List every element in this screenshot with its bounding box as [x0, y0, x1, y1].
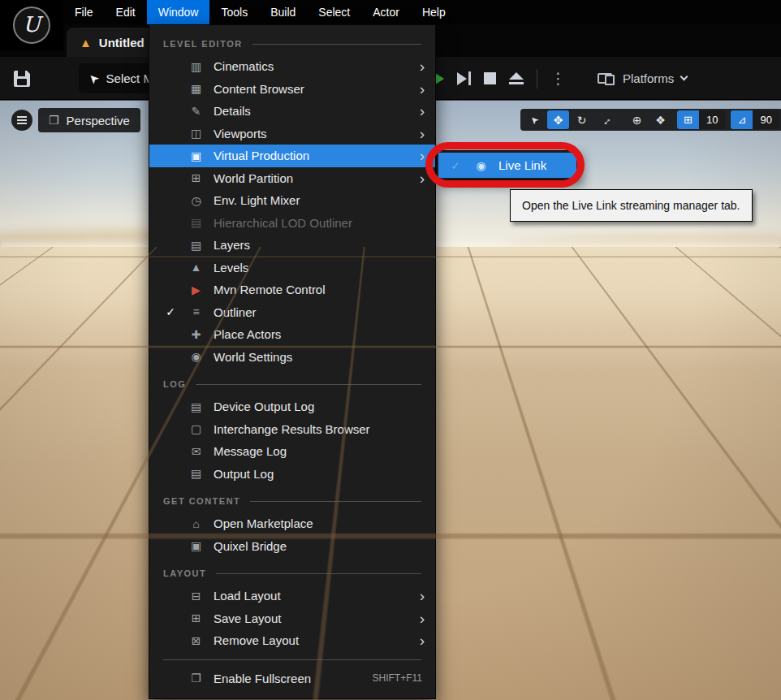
chevron-right-icon: › — [412, 81, 435, 97]
hlod-outliner-icon: ▤ — [187, 216, 205, 229]
menu-item-virtual-production[interactable]: ▣Virtual Production› — [149, 145, 435, 167]
menu-edit[interactable]: Edit — [105, 0, 147, 24]
section-heading-get-content: GET CONTENT — [149, 490, 435, 512]
menu-item-label: Mvn Remote Control — [214, 283, 435, 296]
menu-item-mvn-remote-control[interactable]: ▶Mvn Remote Control — [149, 279, 435, 301]
menu-item-cinematics[interactable]: ▥Cinematics› — [149, 55, 435, 78]
menu-select[interactable]: Select — [307, 0, 361, 24]
select-mode-label: Select M — [106, 71, 152, 85]
check-icon: ✓ — [445, 159, 466, 172]
levels-icon: ▲ — [187, 261, 205, 274]
cinematics-icon: ▥ — [187, 60, 205, 73]
menu-item-levels[interactable]: ▲Levels — [149, 257, 435, 279]
menu-item-enable-fullscreen[interactable]: ❐Enable FullscreenSHIFT+F11 — [149, 668, 435, 690]
save-icon — [14, 71, 30, 87]
menu-item-label: Virtual Production — [214, 149, 412, 162]
menu-item-label: World Settings — [214, 350, 435, 364]
tooltip: Open the Live Link streaming manager tab… — [510, 189, 753, 222]
play-options-menu[interactable]: ⋮ — [550, 71, 566, 86]
world-settings-icon: ◉ — [187, 350, 205, 363]
toolbar-divider — [537, 69, 537, 89]
menu-build[interactable]: Build — [259, 0, 307, 24]
platforms-label: Platforms — [623, 71, 674, 85]
surface-snap-icon: ❖ — [655, 114, 666, 127]
menu-item-place-actors[interactable]: ✚Place Actors — [149, 323, 435, 346]
world-space-button[interactable]: ⊕ — [626, 110, 648, 129]
menu-help[interactable]: Help — [411, 0, 457, 24]
grid-snap-control[interactable]: ⊞ 10 — [677, 110, 725, 129]
chevron-right-icon: › — [412, 126, 435, 141]
menu-item-outliner[interactable]: ✓≡Outliner — [149, 301, 435, 324]
menu-tools[interactable]: Tools — [209, 0, 259, 24]
rotate-tool-button[interactable]: ↻ — [571, 110, 593, 129]
marketplace-icon: ⌂ — [187, 517, 205, 530]
chevron-right-icon: › — [412, 611, 435, 626]
level-tab-untitled[interactable]: ▲ Untitled — [67, 28, 157, 57]
menu-item-details[interactable]: ✎Details› — [149, 100, 435, 123]
interchange-results-icon: ▢ — [187, 422, 205, 435]
submenu-item-live-link[interactable]: ✓ ◉ Live Link — [438, 153, 576, 178]
menu-item-remove-layout[interactable]: ⊠Remove Layout› — [149, 629, 435, 652]
menu-item-label: Remove Layout — [214, 633, 412, 647]
menu-item-world-settings[interactable]: ◉World Settings — [149, 346, 435, 369]
save-layout-icon: ⊞ — [187, 611, 205, 624]
virtual-production-submenu: ✓ ◉ Live Link — [436, 150, 579, 180]
menu-item-world-partition[interactable]: ⊞World Partition› — [149, 167, 435, 190]
menu-item-label: World Partition — [214, 171, 412, 185]
menu-item-viewports[interactable]: ◫Viewports› — [149, 123, 435, 145]
menu-item-label: Outliner — [214, 305, 435, 319]
chevron-down-icon — [680, 73, 688, 81]
menu-item-label: Save Layout — [214, 611, 412, 625]
menu-item-interchange-results-browser[interactable]: ▢Interchange Results Browser — [149, 418, 435, 441]
menu-item-layers[interactable]: ▤Layers — [149, 234, 435, 257]
stop-button[interactable] — [484, 72, 496, 84]
window-menu-panel: LEVEL EDITOR ▥Cinematics› ▦Content Brows… — [149, 24, 436, 699]
select-mode-dropdown[interactable]: ➤ Select M — [79, 63, 152, 93]
section-heading-layout: LAYOUT — [149, 562, 435, 585]
menu-actor[interactable]: Actor — [361, 0, 411, 24]
layers-icon: ▤ — [187, 239, 205, 252]
surface-snap-button[interactable]: ❖ — [649, 110, 671, 129]
menu-item-save-layout[interactable]: ⊞Save Layout› — [149, 607, 435, 630]
level-tab-icon: ▲ — [80, 36, 92, 50]
mvn-remote-control-icon: ▶ — [187, 283, 205, 296]
viewport-options-button[interactable] — [11, 110, 32, 131]
eject-button[interactable] — [509, 72, 524, 84]
chevron-right-icon: › — [412, 58, 435, 74]
select-tool-icon: ➤ — [528, 113, 542, 127]
menu-item-content-browser[interactable]: ▦Content Browser› — [149, 78, 435, 101]
menu-item-label: Quixel Bridge — [214, 539, 435, 553]
menu-item-message-log[interactable]: ✉Message Log — [149, 440, 435, 463]
rotation-snap-icon: ⊿ — [731, 110, 753, 129]
platforms-dropdown[interactable]: Platforms — [598, 57, 687, 100]
menu-item-load-layout[interactable]: ⊟Load Layout› — [149, 585, 435, 607]
menu-item-open-marketplace[interactable]: ⌂Open Marketplace — [149, 512, 435, 535]
rotate-tool-icon: ↻ — [577, 114, 587, 127]
perspective-dropdown[interactable]: ❒ Perspective — [38, 108, 140, 132]
select-tool-button[interactable]: ➤ — [524, 110, 546, 129]
scale-tool-button[interactable]: ↔ — [594, 110, 616, 129]
menu-item-label: Cinematics — [214, 59, 412, 73]
menu-item-label: Place Actors — [214, 327, 435, 341]
submenu-item-label: Live Link — [498, 158, 576, 172]
menu-item-label: Hierarchical LOD Outliner — [214, 216, 435, 230]
rotation-snap-control[interactable]: ⊿ 90 — [731, 110, 779, 129]
menu-item-device-output-log[interactable]: ▤Device Output Log — [149, 395, 435, 418]
menu-item-quixel-bridge[interactable]: ▣Quixel Bridge — [149, 535, 435, 558]
menu-item-label: Device Output Log — [214, 400, 435, 413]
place-actors-icon: ✚ — [187, 328, 205, 341]
move-tool-button[interactable]: ✥ — [547, 110, 569, 129]
tooltip-text: Open the Live Link streaming manager tab… — [522, 199, 740, 212]
step-forward-button[interactable] — [457, 71, 471, 85]
unreal-editor-window: File Edit Window Tools Build Select Acto… — [0, 0, 781, 700]
chevron-right-icon: › — [412, 103, 435, 119]
save-button[interactable] — [6, 63, 37, 94]
viewports-icon: ◫ — [187, 127, 205, 140]
menu-item-output-log[interactable]: ▤Output Log — [149, 463, 435, 486]
menu-item-env-light-mixer[interactable]: ◷Env. Light Mixer — [149, 189, 435, 212]
section-heading-label: LOG — [163, 379, 186, 389]
menu-window[interactable]: Window — [147, 0, 210, 24]
section-heading-log: LOG — [149, 373, 435, 395]
logo-block: U — [0, 0, 63, 50]
menu-file[interactable]: File — [63, 0, 105, 24]
